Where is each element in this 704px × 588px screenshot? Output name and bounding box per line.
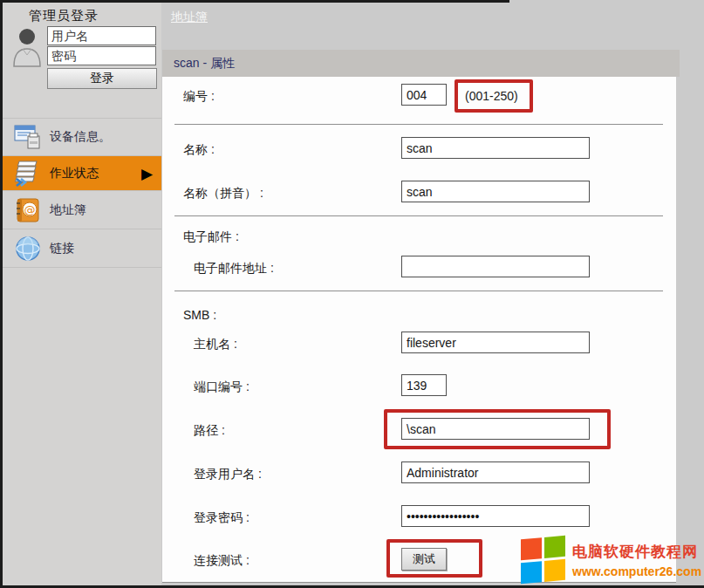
sidebar-item-device-info[interactable]: 设备信息。 <box>3 118 161 156</box>
user-avatar-icon <box>11 27 43 67</box>
smb-section-label: SMB : <box>183 308 216 322</box>
breadcrumb-address-book-link[interactable]: 地址簿 <box>171 10 208 25</box>
port-label: 端口编号 : <box>194 379 249 395</box>
watermark-site-name: 电脑软硬件教程网 <box>572 542 701 562</box>
sidebar-item-label: 链接 <box>50 241 74 256</box>
active-item-caret-icon: ▶ <box>141 166 153 181</box>
divider <box>174 215 663 216</box>
hostname-label: 主机名 : <box>194 337 237 352</box>
sidebar-nav: 设备信息。 作业状态 ▶ <box>3 118 161 268</box>
admin-login-title: 管理员登录 <box>29 8 99 24</box>
sidebar-item-job-status[interactable]: 作业状态 ▶ <box>3 156 161 191</box>
links-icon <box>13 234 43 263</box>
sidebar-item-label: 设备信息。 <box>50 129 111 145</box>
username-input[interactable] <box>47 26 156 45</box>
form-row-smb-section: SMB : <box>162 303 676 331</box>
name-pinyin-label: 名称（拼音） : <box>183 186 263 202</box>
screenshot-border-left <box>0 0 3 588</box>
number-input[interactable] <box>401 84 447 106</box>
screenshot-border-top <box>0 0 509 3</box>
email-section-label: 电子邮件 : <box>183 229 239 245</box>
admin-web-ui: 管理员登录 登录 <box>0 0 704 588</box>
sidebar-item-address-book[interactable]: @ 地址簿 <box>3 191 161 229</box>
device-info-icon <box>13 122 43 152</box>
form-row-port: 端口编号 : <box>162 374 676 402</box>
form-row-name: 名称 : <box>162 137 676 165</box>
number-label: 编号 : <box>183 89 215 105</box>
form-row-number: 编号 : (001-250) <box>162 84 676 112</box>
login-button[interactable]: 登录 <box>47 68 157 89</box>
name-input[interactable] <box>401 137 590 159</box>
watermark-site-url: www.computer26.com <box>572 564 701 578</box>
login-username-input[interactable] <box>401 462 590 483</box>
path-label: 路径 : <box>194 423 225 439</box>
form-row-name-pinyin: 名称（拼音） : <box>162 181 676 209</box>
path-input[interactable] <box>401 418 590 440</box>
name-pinyin-input[interactable] <box>401 181 590 202</box>
password-input[interactable] <box>47 46 156 65</box>
site-watermark: 电脑软硬件教程网 www.computer26.com <box>521 534 702 586</box>
page-title: scan - 属性 <box>162 50 680 77</box>
address-book-icon: @ <box>13 195 43 225</box>
properties-form-panel: 编号 : (001-250) 名称 : 名称（拼音） : 电子邮件 : 电子邮件… <box>162 77 676 583</box>
sidebar-item-links[interactable]: 链接 <box>3 229 161 268</box>
form-row-login-username: 登录用户名 : <box>162 462 676 489</box>
login-password-label: 登录密码 : <box>194 510 249 526</box>
name-label: 名称 : <box>183 142 215 158</box>
form-row-email-address: 电子邮件地址 : <box>162 256 676 284</box>
form-row-login-password: 登录密码 : <box>162 505 676 533</box>
login-password-input[interactable] <box>401 505 590 527</box>
windows-logo-icon <box>521 536 566 585</box>
divider <box>174 124 663 125</box>
divider <box>174 291 663 291</box>
login-username-label: 登录用户名 : <box>194 467 262 482</box>
sidebar-item-label: 作业状态 <box>50 166 99 181</box>
svg-text:@: @ <box>24 203 36 216</box>
email-address-label: 电子邮件地址 : <box>194 261 274 277</box>
connection-test-button[interactable]: 测试 <box>401 548 447 571</box>
job-status-icon <box>13 159 43 188</box>
email-address-input[interactable] <box>401 256 590 277</box>
connection-test-label: 连接测试 : <box>194 553 249 569</box>
section-header-bar: scan - 属性 <box>162 50 680 77</box>
form-row-path: 路径 : <box>162 418 676 446</box>
sidebar: 管理员登录 登录 <box>3 3 161 585</box>
sidebar-item-label: 地址簿 <box>50 202 86 218</box>
form-row-hostname: 主机名 : <box>162 332 676 359</box>
hostname-input[interactable] <box>401 332 590 353</box>
number-range-note: (001-250) <box>465 89 518 103</box>
form-row-email-section: 电子邮件 : <box>162 224 676 252</box>
port-input[interactable] <box>401 374 447 396</box>
